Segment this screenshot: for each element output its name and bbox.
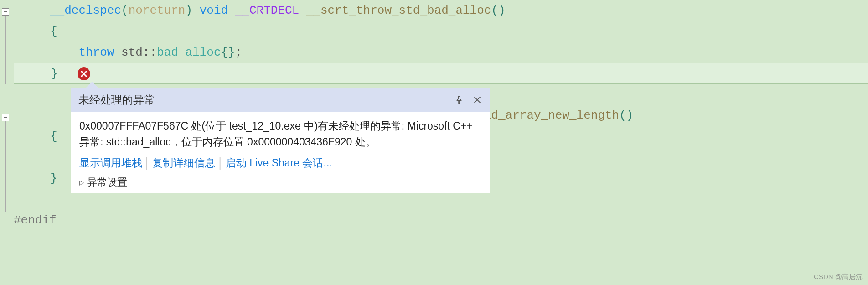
code-gutter: − −	[0, 0, 14, 285]
paren: )	[185, 4, 192, 17]
exception-popup: 未经处理的异常 0x00007FFFA07F567C 处(位于 test_12_…	[71, 88, 490, 193]
code-line: {	[14, 21, 868, 42]
code-line: #endif	[14, 210, 868, 231]
brace: {}	[221, 46, 235, 59]
popup-title: 未经处理的异常	[78, 93, 155, 107]
watermark: CSDN @高居沅	[814, 273, 863, 281]
code-line: __declspec(noreturn) void __CRTDECL __sc…	[14, 0, 868, 21]
current-execution-line: }	[14, 63, 868, 84]
function-name: _bad_array_new_length	[470, 109, 620, 122]
function-name: __scrt_throw_std_bad_alloc	[306, 4, 491, 17]
brace: {	[50, 25, 57, 38]
preprocessor: #endif	[14, 213, 57, 227]
separator: │	[217, 157, 223, 169]
keyword: throw	[78, 46, 114, 59]
error-breakpoint-icon[interactable]	[78, 67, 90, 80]
macro: __CRTDECL	[235, 4, 299, 17]
popup-actions: 显示调用堆栈│复制详细信息│启动 Live Share 会话...	[71, 152, 490, 174]
type-name: bad_alloc	[157, 46, 221, 59]
namespace: std	[121, 46, 143, 59]
brace: {	[50, 130, 57, 143]
paren: ()	[619, 109, 633, 122]
popup-controls	[454, 95, 482, 105]
close-icon[interactable]	[472, 95, 482, 105]
paren: (	[121, 4, 129, 17]
popup-arrow	[86, 82, 98, 88]
code-line: throw std::bad_alloc{};	[14, 42, 868, 63]
show-callstack-link[interactable]: 显示调用堆栈	[79, 157, 142, 169]
exception-message: 0x00007FFFA07F567C 处(位于 test_12_10.exe 中…	[71, 112, 490, 152]
pin-icon[interactable]	[454, 95, 464, 105]
exception-settings-label: 异常设置	[87, 176, 127, 189]
semicolon: ;	[235, 46, 243, 59]
paren: ()	[491, 4, 505, 17]
keyword: __declspec	[50, 4, 121, 17]
keyword: noreturn	[129, 4, 186, 17]
operator: ::	[143, 46, 157, 59]
brace: }	[51, 67, 58, 81]
expand-triangle-icon: ▷	[79, 179, 84, 186]
fold-guide	[5, 121, 6, 212]
exception-settings-toggle[interactable]: ▷ 异常设置	[71, 174, 490, 193]
copy-details-link[interactable]: 复制详细信息	[152, 157, 215, 169]
keyword: void	[200, 4, 228, 17]
fold-guide	[5, 16, 6, 84]
popup-header: 未经处理的异常	[71, 88, 490, 112]
start-liveshare-link[interactable]: 启动 Live Share 会话...	[226, 157, 332, 169]
brace: }	[50, 171, 57, 185]
separator: │	[144, 157, 150, 169]
fold-collapse-icon[interactable]: −	[2, 8, 9, 16]
fold-collapse-icon[interactable]: −	[2, 114, 9, 121]
